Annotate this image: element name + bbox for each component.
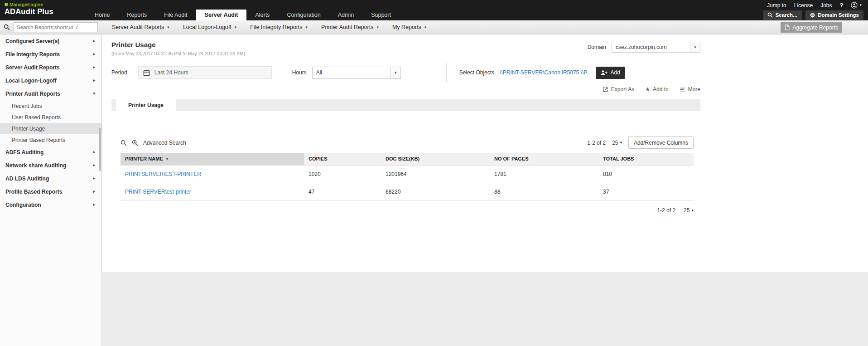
- sidebar-item-user-based-reports[interactable]: User Based Reports: [0, 112, 101, 123]
- calendar-icon: [143, 69, 150, 76]
- advanced-search-label[interactable]: Advanced Search: [143, 140, 186, 146]
- jobs-link[interactable]: Jobs: [820, 2, 832, 9]
- sidebar-item-file-integrity-reports[interactable]: File Integrity Reports: [0, 48, 101, 61]
- add-to-button[interactable]: Add to: [645, 86, 668, 93]
- chevron-down-icon: [306, 25, 308, 29]
- printer-usage-table: PRINTER NAME COPIES DOC SIZE(KB) NO OF P…: [121, 153, 694, 201]
- add-objects-button[interactable]: Add: [596, 67, 625, 79]
- page-size-dropdown[interactable]: 25: [684, 207, 694, 214]
- report-date-range: (From May 23,2017 03:31:36 PM to May 24,…: [111, 51, 245, 56]
- printer-name-link[interactable]: PRINT-SERVER\est-printer: [125, 189, 191, 195]
- sidebar-item-server-audit-reports[interactable]: Server Audit Reports: [0, 61, 101, 74]
- selected-objects-value[interactable]: \\PRINT-SERVER\Canon iR5075 \\P..: [500, 69, 589, 76]
- column-header-copies[interactable]: COPIES: [304, 153, 381, 165]
- cell-copies: 1020: [304, 165, 381, 183]
- aggregate-reports-button[interactable]: Aggregate Reports: [781, 22, 842, 33]
- sidebar-item-adfs-auditing[interactable]: ADFS Auditing: [0, 146, 101, 159]
- hours-dropdown[interactable]: All: [312, 67, 401, 79]
- chevron-down-icon: [167, 25, 169, 29]
- chevron-down-icon: [620, 141, 622, 145]
- add-button-label: Add: [610, 69, 620, 76]
- report-panel: Printer Usage (From May 23,2017 03:31:36…: [102, 34, 868, 272]
- chevron-right-icon: [93, 65, 95, 69]
- user-avatar[interactable]: [851, 2, 862, 9]
- reports-search-input[interactable]: [14, 22, 98, 32]
- grid-search-tools: Advanced Search: [121, 140, 186, 146]
- help-icon[interactable]: [840, 2, 844, 9]
- period-picker[interactable]: Last 24 Hours: [138, 66, 272, 79]
- topbar: ManageEngine ADAudit Plus Jump to Licens…: [0, 0, 868, 20]
- tab-home[interactable]: Home: [86, 10, 118, 20]
- brand-line1: ManageEngine: [10, 2, 43, 7]
- global-search-label: Search...: [776, 12, 797, 18]
- report-header: Printer Usage (From May 23,2017 03:31:36…: [111, 41, 245, 56]
- add-remove-columns-button[interactable]: Add/Remove Columns: [628, 136, 694, 149]
- brand-logo: ManageEngine ADAudit Plus: [5, 2, 53, 16]
- reports-search-icon[interactable]: [0, 24, 14, 30]
- chevron-down-icon: [391, 67, 400, 78]
- menu-file-integrity-reports[interactable]: File Integrity Reports: [243, 20, 314, 34]
- menu-my-reports[interactable]: My Reports: [386, 20, 433, 34]
- sidebar-item-recent-jobs[interactable]: Recent Jobs: [0, 100, 101, 112]
- chevron-down-icon: [93, 92, 95, 96]
- sidebar-item-printer-based-reports[interactable]: Printer Based Reports: [0, 134, 101, 146]
- more-icon: [680, 87, 685, 93]
- manageengine-swirl-icon: [5, 3, 8, 6]
- sidebar-scrollbar[interactable]: [99, 128, 101, 171]
- report-tab-band: Printer Usage: [111, 99, 700, 111]
- export-icon: [603, 87, 608, 93]
- tab-admin[interactable]: Admin: [329, 10, 362, 20]
- column-header-no-of-pages[interactable]: NO OF PAGES: [490, 153, 598, 165]
- reports-menubar: Server Audit Reports Local Logon-Logoff …: [0, 20, 868, 34]
- tab-file-audit[interactable]: File Audit: [155, 10, 196, 20]
- search-icon: [767, 12, 773, 18]
- page-title: Printer Usage: [111, 41, 245, 49]
- chevron-right-icon: [93, 203, 95, 207]
- tab-printer-usage[interactable]: Printer Usage: [116, 99, 176, 111]
- tab-reports[interactable]: Reports: [118, 10, 155, 20]
- tab-support[interactable]: Support: [362, 10, 400, 20]
- column-header-printer-name[interactable]: PRINTER NAME: [121, 153, 304, 165]
- chevron-right-icon: [93, 163, 95, 167]
- product-name: ADAudit Plus: [5, 7, 53, 16]
- tab-configuration[interactable]: Configuration: [278, 10, 329, 20]
- menu-local-logon-logoff[interactable]: Local Logon-Logoff: [176, 20, 243, 34]
- search-icon[interactable]: [121, 140, 127, 146]
- menu-printer-audit-reports[interactable]: Printer Audit Reports: [314, 20, 386, 34]
- aggregate-reports-label: Aggregate Reports: [792, 24, 838, 31]
- sidebar: Configured Server(s) File Integrity Repo…: [0, 34, 102, 346]
- sidebar-item-printer-audit-reports[interactable]: Printer Audit Reports: [0, 87, 101, 100]
- sidebar-item-configuration[interactable]: Configuration: [0, 198, 101, 211]
- pagination-range: 1-2 of 2: [587, 140, 606, 146]
- cell-no-of-pages: 88: [490, 183, 598, 200]
- sidebar-item-configured-servers[interactable]: Configured Server(s): [0, 34, 101, 48]
- sidebar-item-local-logon-logoff[interactable]: Local Logon-Logoff: [0, 74, 101, 87]
- more-button[interactable]: More: [680, 86, 700, 93]
- menu-server-audit-reports[interactable]: Server Audit Reports: [105, 20, 176, 34]
- person-icon: [851, 2, 858, 9]
- column-header-total-jobs[interactable]: TOTAL JOBS: [598, 153, 694, 165]
- chevron-right-icon: [93, 190, 95, 194]
- column-header-doc-size[interactable]: DOC SIZE(KB): [381, 153, 490, 165]
- domain-dropdown[interactable]: csez.zohocorpin.com: [612, 42, 700, 53]
- license-link[interactable]: License: [794, 2, 813, 9]
- sidebar-item-network-share-auditing[interactable]: Network share Auditing: [0, 159, 101, 172]
- sidebar-item-profile-based-reports[interactable]: Profile Based Reports: [0, 185, 101, 198]
- printer-name-link[interactable]: PRINTSERVER\EST-PRINTER: [125, 171, 201, 177]
- sidebar-item-printer-usage[interactable]: Printer Usage: [0, 123, 101, 134]
- tab-alerts[interactable]: Alerts: [246, 10, 278, 20]
- page-size-dropdown[interactable]: 25: [612, 140, 622, 146]
- chevron-down-icon: [859, 3, 862, 7]
- chevron-down-icon: [424, 25, 427, 29]
- export-as-button[interactable]: Export As: [603, 86, 634, 93]
- jump-to-link[interactable]: Jump to: [767, 2, 786, 9]
- advanced-search-icon[interactable]: [132, 140, 138, 146]
- cell-printer-name: PRINTSERVER\EST-PRINTER: [121, 165, 304, 183]
- filter-bar: Period Last 24 Hours Hours All Select Ob…: [111, 66, 700, 79]
- cell-copies: 47: [304, 183, 381, 200]
- domain-settings-button[interactable]: Domain Settings: [805, 10, 863, 20]
- tab-server-audit[interactable]: Server Audit: [196, 10, 247, 20]
- sidebar-item-ad-lds-auditing[interactable]: AD LDS Auditing: [0, 172, 101, 185]
- table-row: PRINT-SERVER\est-printer 47 68220 88 37: [121, 183, 694, 200]
- global-search-button[interactable]: Search...: [763, 10, 802, 20]
